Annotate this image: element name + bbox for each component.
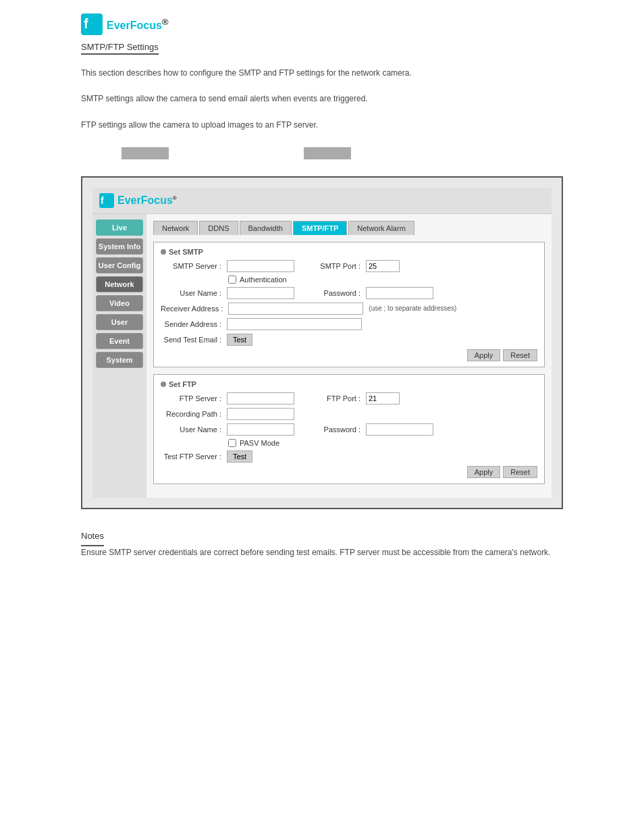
smtp-server-label: SMTP Server : xyxy=(161,262,221,270)
smtp-server-row: SMTP Server : SMTP Port : xyxy=(161,260,537,272)
recording-path-row: Recording Path : xyxy=(161,408,537,420)
ftp-user-row: User Name : Password : xyxy=(161,423,537,436)
sidebar-item-user[interactable]: User xyxy=(96,314,143,330)
ef-logo-text: EverFocus® xyxy=(117,194,177,207)
ftp-username-input[interactable] xyxy=(227,423,294,436)
sidebar-item-system-info[interactable]: System Info xyxy=(96,238,143,255)
smtp-username-input[interactable] xyxy=(227,287,294,299)
sidebar-item-event[interactable]: Event xyxy=(96,333,143,349)
auth-checkbox[interactable] xyxy=(228,276,236,284)
gray-bar-left xyxy=(122,147,169,159)
auth-label: Authentication xyxy=(240,276,287,284)
sidebar-item-system[interactable]: System xyxy=(96,352,143,368)
svg-text:f: f xyxy=(101,195,104,206)
gray-bar-right xyxy=(304,147,351,159)
ftp-test-button[interactable]: Test xyxy=(227,450,252,463)
pasv-checkbox-row: PASV Mode xyxy=(161,439,537,447)
recording-path-input[interactable] xyxy=(227,408,294,420)
smtp-password-label: Password : xyxy=(300,289,360,297)
smtp-section-title: Set SMTP xyxy=(161,248,537,256)
smtp-apply-row: Apply Reset xyxy=(161,349,537,361)
sidebar-item-video[interactable]: Video xyxy=(96,295,143,311)
tab-bandwidth[interactable]: Bandwidth xyxy=(240,221,292,235)
smtp-user-row: User Name : Password : xyxy=(161,287,537,299)
receiver-hint: (use ; to separate addresses) xyxy=(369,305,456,312)
sidebar-item-live[interactable]: Live xyxy=(96,219,143,236)
ef-sidebar: Live System Info User Config Network Vid… xyxy=(92,214,146,498)
decorative-bars xyxy=(0,144,644,163)
tab-network[interactable]: Network xyxy=(153,221,198,235)
pasv-checkbox[interactable] xyxy=(228,439,236,447)
test-ftp-label: Test FTP Server : xyxy=(161,452,221,461)
ftp-server-label: FTP Server : xyxy=(161,394,221,402)
smtp-username-label: User Name : xyxy=(161,289,221,297)
smtp-password-input[interactable] xyxy=(366,287,433,299)
smtp-reset-button[interactable]: Reset xyxy=(503,349,537,361)
ef-content: Network DDNS Bandwidth SMTP/FTP Network … xyxy=(146,214,552,498)
sender-label: Sender Address : xyxy=(161,320,221,328)
smtp-port-input[interactable] xyxy=(366,260,400,272)
ftp-username-label: User Name : xyxy=(161,425,221,434)
tab-network-alarm[interactable]: Network Alarm xyxy=(348,221,414,235)
intro-text: This section describes how to configure … xyxy=(0,61,644,137)
receiver-label: Receiver Address : xyxy=(161,305,223,313)
ftp-server-row: FTP Server : FTP Port : xyxy=(161,392,537,405)
section-underline-title: SMTP/FTP Settings xyxy=(81,42,159,55)
ef-logo-icon: f xyxy=(99,193,114,208)
smtp-section: Set SMTP SMTP Server : SMTP Port : Authe… xyxy=(153,242,545,367)
ftp-port-input[interactable] xyxy=(366,392,400,405)
ftp-reset-button[interactable]: Reset xyxy=(503,466,537,478)
ui-panel: f EverFocus® Live System Info User Confi… xyxy=(81,176,563,509)
ef-header: f EverFocus® xyxy=(92,188,552,214)
logo-area: f EverFocus® xyxy=(81,14,563,35)
svg-text:f: f xyxy=(84,16,88,31)
ftp-password-label: Password : xyxy=(300,425,360,434)
sender-row: Sender Address : xyxy=(161,318,537,330)
ftp-port-label: FTP Port : xyxy=(300,394,360,402)
receiver-input[interactable] xyxy=(228,303,363,315)
main-logo-text: EverFocus® xyxy=(107,17,169,32)
sender-input[interactable] xyxy=(227,318,362,330)
everfocus-panel: f EverFocus® Live System Info User Confi… xyxy=(92,188,552,498)
pasv-label: PASV Mode xyxy=(240,439,279,447)
recording-path-label: Recording Path : xyxy=(161,410,221,418)
smtp-server-input[interactable] xyxy=(227,260,294,272)
smtp-apply-button[interactable]: Apply xyxy=(467,349,501,361)
ftp-section: Set FTP FTP Server : FTP Port : Recordin… xyxy=(153,374,545,484)
ftp-apply-button[interactable]: Apply xyxy=(467,466,501,478)
footer-underline-title: Notes xyxy=(81,529,104,546)
send-test-label: Send Test Email : xyxy=(161,336,221,344)
ftp-section-title: Set FTP xyxy=(161,380,537,388)
ftp-apply-row: Apply Reset xyxy=(161,466,537,478)
smtp-test-button[interactable]: Test xyxy=(227,334,252,346)
tabs-row: Network DDNS Bandwidth SMTP/FTP Network … xyxy=(153,221,545,235)
ftp-server-input[interactable] xyxy=(227,392,294,405)
send-test-row: Send Test Email : Test xyxy=(161,334,537,346)
ui-panel-wrapper: f EverFocus® Live System Info User Confi… xyxy=(0,170,644,516)
tab-ddns[interactable]: DDNS xyxy=(199,221,238,235)
tab-smtp-ftp[interactable]: SMTP/FTP xyxy=(293,221,347,235)
sidebar-item-user-config[interactable]: User Config xyxy=(96,257,143,273)
test-ftp-row: Test FTP Server : Test xyxy=(161,450,537,463)
sidebar-item-network[interactable]: Network xyxy=(96,276,143,292)
ef-body: Live System Info User Config Network Vid… xyxy=(92,214,552,498)
logo-icon: f xyxy=(81,14,103,35)
auth-checkbox-row: Authentication xyxy=(161,276,537,284)
receiver-row: Receiver Address : (use ; to separate ad… xyxy=(161,303,537,315)
footer-text: Notes Ensure SMTP server credentials are… xyxy=(0,523,644,563)
smtp-port-label: SMTP Port : xyxy=(300,262,360,270)
ftp-password-input[interactable] xyxy=(366,423,433,436)
page-header: f EverFocus® SMTP/FTP Settings xyxy=(0,0,644,61)
